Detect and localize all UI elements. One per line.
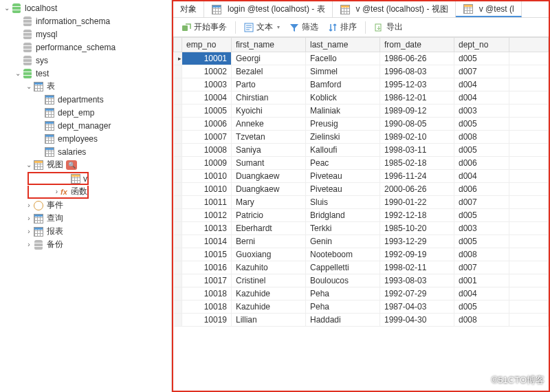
table-row[interactable]: 10004 Chirstian Koblick 1986-12-01 d004 bbox=[174, 91, 549, 105]
cell-from-date[interactable]: 1995-12-03 bbox=[380, 78, 454, 91]
table-row[interactable]: 10001 Georgi Facello 1986-06-26 d005 bbox=[174, 52, 549, 65]
cell-emp-no[interactable]: 10019 bbox=[182, 314, 232, 327]
cell-dept-no[interactable]: d007 bbox=[454, 196, 509, 209]
tree-views-folder[interactable]: ⌄视图🔍 bbox=[0, 158, 171, 171]
cell-first-name[interactable]: Mary bbox=[232, 196, 306, 209]
cell-first-name[interactable]: Patricio bbox=[232, 209, 306, 222]
grid-scroll[interactable]: emp_nofirst_namelast_namefrom_datedept_n… bbox=[173, 37, 549, 391]
cell-dept-no[interactable]: d008 bbox=[454, 314, 509, 327]
search-icon[interactable]: 🔍 bbox=[66, 160, 77, 170]
cell-from-date[interactable]: 1986-12-01 bbox=[380, 91, 454, 105]
col-first-name[interactable]: first_name bbox=[232, 38, 306, 52]
cell-emp-no[interactable]: 10009 bbox=[182, 157, 232, 170]
cell-dept-no[interactable]: d008 bbox=[454, 248, 509, 261]
cell-from-date[interactable]: 1992-07-29 bbox=[380, 287, 454, 301]
cell-from-date[interactable]: 2000-06-26 bbox=[380, 183, 454, 196]
chevron-right-icon[interactable]: › bbox=[25, 215, 33, 222]
cell-emp-no[interactable]: 10003 bbox=[182, 78, 232, 91]
cell-last-name[interactable]: Bamford bbox=[306, 78, 380, 91]
tree-table-salaries[interactable]: salaries bbox=[0, 145, 171, 158]
row-indicator[interactable] bbox=[174, 170, 182, 183]
chevron-right-icon[interactable]: › bbox=[25, 228, 33, 235]
tree-view-v[interactable]: v bbox=[28, 172, 89, 185]
cell-last-name[interactable]: Terkki bbox=[306, 222, 380, 235]
cell-emp-no[interactable]: 10011 bbox=[182, 196, 232, 209]
cell-from-date[interactable]: 1992-09-19 bbox=[380, 248, 454, 261]
table-row[interactable]: 10013 Eberhardt Terkki 1985-10-20 d003 bbox=[174, 222, 549, 235]
row-indicator[interactable] bbox=[174, 209, 182, 222]
row-indicator[interactable] bbox=[174, 91, 182, 105]
cell-from-date[interactable]: 1998-03-11 bbox=[380, 144, 454, 157]
cell-from-date[interactable]: 1990-08-05 bbox=[380, 118, 454, 131]
tree-tables-folder[interactable]: ⌄表 bbox=[0, 80, 171, 93]
tree-events_label[interactable]: ›事件 bbox=[0, 199, 171, 212]
cell-dept-no[interactable]: d003 bbox=[454, 222, 509, 235]
row-indicator[interactable] bbox=[174, 157, 182, 170]
cell-from-date[interactable]: 1992-12-18 bbox=[380, 209, 454, 222]
begin-transaction-button[interactable]: 开始事务 bbox=[177, 20, 231, 34]
cell-emp-no[interactable]: 10010 bbox=[182, 183, 232, 196]
cell-first-name[interactable]: Lillian bbox=[232, 314, 306, 327]
cell-first-name[interactable]: Sumant bbox=[232, 157, 306, 170]
row-indicator[interactable] bbox=[174, 78, 182, 91]
cell-dept-no[interactable]: d007 bbox=[454, 261, 509, 274]
cell-first-name[interactable]: Kyoichi bbox=[232, 105, 306, 118]
table-row[interactable]: 10003 Parto Bamford 1995-12-03 d004 bbox=[174, 78, 549, 91]
tree-schema-sys[interactable]: sys bbox=[0, 54, 171, 67]
chevron-right-icon[interactable]: › bbox=[25, 202, 33, 209]
cell-from-date[interactable]: 1993-12-29 bbox=[380, 235, 454, 248]
tree-schema-test[interactable]: ⌄test bbox=[0, 67, 171, 80]
row-indicator[interactable] bbox=[174, 287, 182, 301]
tab-view-1[interactable]: v @test (localhost) - 视图 bbox=[333, 1, 456, 17]
table-row[interactable]: 10009 Sumant Peac 1985-02-18 d006 bbox=[174, 157, 549, 170]
cell-last-name[interactable]: Bouloucos bbox=[306, 274, 380, 287]
cell-from-date[interactable]: 1998-02-11 bbox=[380, 261, 454, 274]
cell-emp-no[interactable]: 10008 bbox=[182, 144, 232, 157]
table-row[interactable]: 10015 Guoxiang Nooteboom 1992-09-19 d008 bbox=[174, 248, 549, 261]
cell-emp-no[interactable]: 10015 bbox=[182, 248, 232, 261]
cell-from-date[interactable]: 1985-02-18 bbox=[380, 157, 454, 170]
tree-functions-folder[interactable]: ›fx函数 bbox=[28, 186, 89, 199]
cell-dept-no[interactable]: d008 bbox=[454, 131, 509, 144]
cell-last-name[interactable]: Koblick bbox=[306, 91, 380, 105]
table-row[interactable]: 10010 Duangkaew Piveteau 2000-06-26 d006 bbox=[174, 183, 549, 196]
cell-dept-no[interactable]: d005 bbox=[454, 144, 509, 157]
tab-login[interactable]: login @test (localhost) - 表 bbox=[204, 1, 333, 17]
cell-first-name[interactable]: Anneke bbox=[232, 118, 306, 131]
tree-table-employees[interactable]: employees bbox=[0, 132, 171, 145]
tree-reports_label[interactable]: ›报表 bbox=[0, 225, 171, 238]
table-row[interactable]: 10010 Duangkaew Piveteau 1996-11-24 d004 bbox=[174, 170, 549, 183]
row-indicator[interactable] bbox=[174, 314, 182, 327]
table-row[interactable]: 10008 Saniya Kalloufi 1998-03-11 d005 bbox=[174, 144, 549, 157]
cell-emp-no[interactable]: 10013 bbox=[182, 222, 232, 235]
cell-last-name[interactable]: Kalloufi bbox=[306, 144, 380, 157]
chevron-down-icon[interactable]: ⌄ bbox=[25, 83, 33, 90]
row-indicator[interactable] bbox=[174, 301, 182, 314]
cell-dept-no[interactable]: d005 bbox=[454, 52, 509, 65]
chevron-down-icon[interactable]: ⌄ bbox=[3, 4, 11, 12]
cell-from-date[interactable]: 1990-01-22 bbox=[380, 196, 454, 209]
sort-button[interactable]: 排序 bbox=[324, 20, 361, 34]
cell-dept-no[interactable]: d004 bbox=[454, 91, 509, 105]
tree-schema-information_schema[interactable]: information_schema bbox=[0, 14, 171, 28]
table-row[interactable]: 10016 Kazuhito Cappelletti 1998-02-11 d0… bbox=[174, 261, 549, 274]
cell-first-name[interactable]: Kazuhide bbox=[232, 287, 306, 301]
export-button[interactable]: 导出 bbox=[370, 20, 407, 34]
col-from-date[interactable]: from_date bbox=[380, 38, 454, 52]
tree-schema-performance_schema[interactable]: performance_schema bbox=[0, 41, 171, 54]
cell-from-date[interactable]: 1993-08-03 bbox=[380, 274, 454, 287]
cell-dept-no[interactable]: d006 bbox=[454, 183, 509, 196]
cell-emp-no[interactable]: 10016 bbox=[182, 261, 232, 274]
cell-dept-no[interactable]: d005 bbox=[454, 118, 509, 131]
cell-from-date[interactable]: 1989-09-12 bbox=[380, 105, 454, 118]
row-indicator[interactable] bbox=[174, 131, 182, 144]
tree-table-departments[interactable]: departments bbox=[0, 93, 171, 106]
cell-last-name[interactable]: Haddadi bbox=[306, 314, 380, 327]
cell-last-name[interactable]: Piveteau bbox=[306, 170, 380, 183]
row-indicator[interactable] bbox=[174, 261, 182, 274]
row-indicator[interactable] bbox=[174, 52, 182, 65]
chevron-right-icon[interactable]: › bbox=[25, 241, 33, 248]
col-last-name[interactable]: last_name bbox=[306, 38, 380, 52]
cell-emp-no[interactable]: 10018 bbox=[182, 287, 232, 301]
table-row[interactable]: 10005 Kyoichi Maliniak 1989-09-12 d003 bbox=[174, 105, 549, 118]
